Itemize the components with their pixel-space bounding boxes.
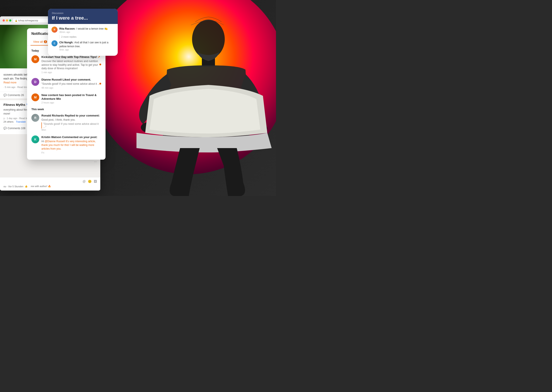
chi-avatar: C	[51, 40, 57, 46]
image-icon[interactable]: 🖼	[94, 180, 97, 183]
chi-text-area: Chi Nungh: And all that I can see is jus…	[59, 40, 114, 51]
comment-tools: @ 🙂 🖼	[83, 180, 97, 183]
notif-ronald-desc: Good post, I think, thank you.	[41, 118, 101, 122]
discussion-header: Discussion If I were a tree...	[48, 9, 118, 24]
minimize-dot[interactable]	[6, 19, 8, 21]
rita-avatar: R	[51, 27, 57, 33]
notif-dianne[interactable]: D Dianne Russell Liked your comment. "So…	[27, 76, 106, 91]
notif-travel-time: 2 hours ago	[41, 101, 101, 104]
discussion-body: R Rita Racoon: I would be a lemon tree 🍋…	[48, 24, 118, 56]
notif-kristin-content: Kristin Watson Commented on your post: H…	[41, 135, 101, 154]
notif-ronald-quote: "Sounds good! If you need some advice ab…	[41, 122, 101, 128]
comment-user-message: ree with author! 🔥	[31, 185, 51, 188]
emoji-icon[interactable]: 🙂	[88, 180, 92, 183]
notif-kickstart-time: 1 min ago	[41, 71, 101, 74]
mention-icon[interactable]: @	[83, 180, 86, 183]
this-week-label: This week	[27, 106, 106, 112]
thumbs-up-icon[interactable]: 👍	[25, 185, 28, 188]
notif-dianne-title: Dianne Russell Liked your comment.	[41, 78, 101, 82]
notif-ronald-content: Ronald Richards Replied to your comment:…	[41, 114, 101, 131]
notif-travel-avatar: M	[31, 93, 39, 101]
comment-input[interactable]: nment...	[3, 180, 81, 183]
notif-travel[interactable]: M New content has been posted in Travel …	[27, 91, 106, 106]
unread-dot-kickstart	[100, 63, 101, 65]
maximize-dot[interactable]	[9, 19, 11, 21]
notif-kristin[interactable]: K Kristin Watson Commented on your post:…	[27, 133, 106, 156]
unread-dot-dianne	[100, 83, 101, 84]
chi-name: Chi Nungh:	[59, 41, 73, 44]
notif-kickstart-content: Kickstart Your Day with Top Fitness Tips…	[41, 55, 101, 74]
comment-user-row: ou · Vor 5 Stunden 👍 ree with author! 🔥	[3, 185, 97, 188]
read-more-link[interactable]: Read more	[3, 81, 16, 84]
disc-comment-chi: C Chi Nungh: And all that I can see is j…	[51, 40, 114, 51]
rita-text: I would be a lemon tree 🍋	[76, 27, 108, 30]
chi-time: 4min. ago	[59, 49, 114, 51]
rita-time: 30min. ago	[59, 31, 114, 33]
rita-text-area: Rita Racoon: I would be a lemon tree 🍋 3…	[59, 27, 114, 33]
notif-dianne-time: 48 min ago	[41, 86, 101, 89]
discussion-title: If I were a tree...	[52, 15, 114, 21]
notif-ronald-title: Ronald Richards Replied to your comment:	[41, 114, 101, 118]
discussion-bubble: Discussion If I were a tree... R Rita Ra…	[48, 9, 118, 56]
notif-ronald-time: Mon	[41, 128, 101, 131]
svg-point-0	[192, 20, 225, 59]
article-2-comments-button[interactable]: 💬 Comments 108	[3, 127, 25, 130]
notif-kickstart-avatar: M	[31, 55, 39, 63]
tab-view-all-badge: 3	[44, 40, 47, 43]
notif-ronald-avatar: R	[31, 114, 39, 122]
translate-button[interactable]: Translate	[16, 120, 26, 123]
comments-button[interactable]: 💬 Comments 26	[3, 94, 24, 97]
comment-input-row: nment... @ 🙂 🖼	[3, 180, 97, 183]
notif-kristin-avatar: K	[31, 135, 39, 143]
notif-kristin-title: Kristin Watson Commented on your post:	[41, 135, 101, 139]
lock-icon: 🔒	[15, 19, 17, 22]
notif-ronald[interactable]: R Ronald Richards Replied to your commen…	[27, 112, 106, 133]
notif-travel-title: New content has been posted in Travel & …	[41, 93, 101, 101]
notif-kickstart-title: Kickstart Your Day with Top Fitness Tips…	[41, 55, 101, 59]
man-illustration	[123, 9, 276, 196]
comment-area: nment... @ 🙂 🖼 ou · Vor 5 Stunden 👍 ree …	[0, 177, 100, 190]
notif-dianne-avatar: D	[31, 78, 39, 86]
notif-kickstart-desc: Discover the latest workout routines and…	[41, 59, 101, 70]
comment-user-text: ou · Vor 5 Stunden	[3, 185, 23, 188]
notif-kristin-desc: Hi @Dianne Russell It's very interesting…	[41, 140, 101, 150]
discussion-label: Discussion	[52, 12, 114, 14]
notif-kickstart[interactable]: M Kickstart Your Day with Top Fitness Ti…	[27, 53, 106, 76]
more-options-button[interactable]: ···	[94, 160, 97, 164]
tab-view-all[interactable]: View all 3	[30, 38, 50, 46]
notif-dianne-content: Dianne Russell Liked your comment. "Soun…	[41, 78, 101, 89]
rita-avatar-img: R	[51, 27, 57, 33]
close-dot[interactable]	[3, 19, 5, 21]
notif-dianne-desc: "Sounds good! If you need some advice ab…	[41, 82, 101, 86]
tab-view-all-label: View all	[33, 40, 43, 43]
notif-kristin-time: Fri	[41, 151, 101, 154]
chi-avatar-img: C	[51, 40, 57, 46]
window-controls	[3, 19, 11, 21]
notif-travel-content: New content has been posted in Travel & …	[41, 93, 101, 104]
more-replies[interactable]: 2 more replies	[59, 35, 114, 39]
url-text: tchop.io/megacorp	[18, 19, 38, 22]
rita-name: Rita Racoon:	[59, 27, 75, 30]
disc-comment-rita: R Rita Racoon: I would be a lemon tree 🍋…	[51, 27, 114, 33]
